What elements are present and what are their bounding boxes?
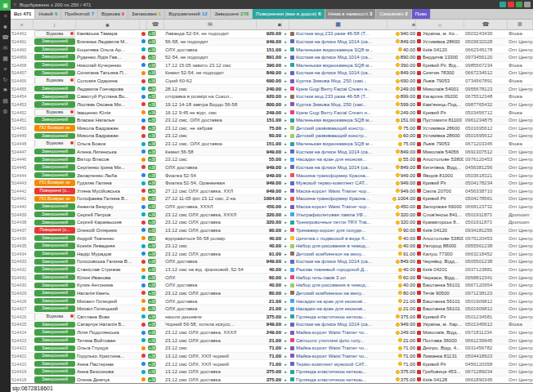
phone-code-badge[interactable]: +38	[148, 267, 156, 272]
order-row[interactable]: 514434ЗавершенийНадір Мурадов+3823.12 см…	[11, 251, 533, 259]
order-row[interactable]: 514456ВідмоваСоломія Одарина+38Сірий 60-…	[11, 78, 533, 86]
tab-Відправлений[interactable]: Відправлений12	[165, 9, 211, 19]
tab-Запаковані[interactable]: Запаковані1	[128, 9, 165, 19]
order-row[interactable]: 514422ЗавершенийОльга Глущук+3823.12 смс…	[11, 345, 533, 353]
order-row[interactable]: 514428ЗавершенийМихаил Гилецкий+38ОЛХ до…	[11, 297, 533, 305]
phone-code-badge[interactable]: +38	[148, 47, 156, 52]
phone-code-badge[interactable]: +38	[148, 306, 156, 311]
order-row[interactable]: 514455ЗавершенийЛюдмила Гончарова+3828.1…	[11, 85, 533, 93]
phone-code-badge[interactable]: +38	[148, 377, 156, 382]
menu-icon[interactable]: ≡	[13, 2, 16, 7]
phone-code-badge[interactable]: +38	[148, 338, 156, 343]
tab-Прийнятий[interactable]: Прийнятий7	[61, 9, 98, 19]
order-row[interactable]: 514438ЗавершенийСергей Карамышев+3823.12…	[11, 219, 533, 227]
comment-column-icon[interactable]: ✉	[164, 20, 257, 29]
phone-column-icon[interactable]: ☎	[147, 20, 164, 29]
phone-code-badge[interactable]: +38	[148, 141, 156, 146]
order-row[interactable]: 514431ЗавершенийЮлия Иванова+38ОЛХ60.00▸…	[11, 274, 533, 282]
order-row[interactable]: 514452ВідмоваІващенко Юлія+3816.12 9:45 …	[11, 109, 533, 117]
order-row[interactable]: 514430ЗавершенийКулик Антонина+38ОЛХ дос…	[11, 282, 533, 290]
phone-code-badge[interactable]: +38	[148, 275, 156, 280]
phone-code-badge[interactable]: +38	[148, 354, 156, 359]
phone-code-badge[interactable]: +38	[148, 212, 156, 217]
phone-code-badge[interactable]: +38	[148, 196, 156, 201]
phone-code-badge[interactable]: +38	[148, 110, 156, 115]
order-row[interactable]: 514450ПО Возврат окМикола Бадражан+3823.…	[11, 125, 533, 133]
chip-gray[interactable]	[524, 2, 531, 7]
order-row[interactable]: 514453ЗавершенийЛіштвак Оксана Ми...+381…	[11, 101, 533, 109]
order-row[interactable]: 514460ЗавершенийКоцелява Ольга Ар...+38О…	[11, 46, 533, 54]
phone-code-badge[interactable]: +38	[148, 220, 156, 225]
phone2-column-icon[interactable]: ☎	[464, 20, 508, 29]
product-column-icon[interactable]: ▦	[289, 20, 387, 29]
order-row[interactable]: 514459ЗавершенийРуденко Лідія Гав...+385…	[11, 54, 533, 62]
avatar-column-icon[interactable]	[140, 20, 147, 29]
menu-icon[interactable]: ≡	[0, 11, 11, 21]
phone-code-badge[interactable]: +38	[148, 78, 156, 83]
phone-code-badge[interactable]: +38	[148, 291, 156, 296]
order-row[interactable]: 514458ЗавершенийНиколай Кучеренко+3817.1…	[11, 62, 533, 70]
order-row[interactable]: 514425ЗавершенийСатарчук Наталія Б...+38…	[11, 321, 533, 329]
app-logo-icon[interactable]: ▣	[0, 0, 11, 11]
order-row[interactable]: 514436ЗавершенийАндрій Ткаченко+38відпра…	[11, 234, 533, 243]
tab-Повн[interactable]: Повн	[412, 9, 431, 19]
phone-code-badge[interactable]: +38	[148, 157, 156, 162]
order-row[interactable]: 514440ЗавершенийАнжела Безруку+38ОЛХ дос…	[11, 203, 533, 212]
tab-Новий[interactable]: Новий6	[35, 9, 61, 19]
order-row[interactable]: 514420ЗавершенийАнна Пастернак+3823.12 с…	[11, 360, 533, 368]
phone-code-badge[interactable]: +38	[148, 228, 156, 233]
tab-Нема в наявності[interactable]: Нема в наявності3	[325, 9, 377, 19]
tab-Самовивіз[interactable]: Самовивіз2	[376, 9, 411, 19]
phone-code-badge[interactable]: +38	[148, 70, 156, 75]
phone-code-badge[interactable]: +38	[148, 259, 156, 264]
phone-code-badge[interactable]: +38	[148, 165, 156, 170]
order-row[interactable]: 514437Повернені (з...Олексій Оліярник+38…	[11, 227, 533, 235]
order-row[interactable]: 514433ЗавершенийГолосовська Галина В...+…	[11, 258, 533, 266]
sync-icon[interactable]: ↻	[0, 74, 11, 85]
finance-icon[interactable]: ¤	[0, 64, 11, 74]
order-row[interactable]: 514423ЗавершенийТетяна Войтован+3823.12 …	[11, 336, 533, 345]
phone-code-badge[interactable]: +38	[148, 63, 156, 68]
order-row[interactable]: 514442Повернені (з...Уляна Мусійовська+3…	[11, 188, 533, 196]
order-row[interactable]: 514462ВідмоваКанівська Тамара+38Лаванда …	[11, 30, 533, 38]
client-column-icon[interactable]: ☻	[76, 20, 140, 29]
order-row[interactable]: 514439ЗавершенийСергей Петров+3823.12 см…	[11, 211, 533, 219]
phone-code-badge[interactable]: +38	[148, 345, 156, 350]
order-row[interactable]: 514443ПО Возврат окГудзляк Галина+38Фиал…	[11, 180, 533, 188]
phone-code-badge[interactable]: +38	[148, 283, 156, 287]
phone-code-badge[interactable]: +38	[148, 133, 156, 138]
phone-code-badge[interactable]: +38	[148, 330, 156, 335]
phone-code-badge[interactable]: +38	[148, 369, 156, 374]
phone-code-badge[interactable]: +38	[148, 299, 156, 304]
phone-code-badge[interactable]: +38	[148, 236, 156, 241]
city-column-icon[interactable]: ⌂	[416, 20, 464, 29]
tab-Відмова[interactable]: Відмова9	[98, 9, 128, 19]
phone-code-badge[interactable]: +38	[148, 87, 156, 91]
phone-code-badge[interactable]: +38	[148, 252, 156, 256]
phone-code-badge[interactable]: +38	[148, 204, 156, 209]
order-row[interactable]: 514429ЗавершенийНаталія Кметь+3823.12 см…	[11, 290, 533, 298]
phone-code-badge[interactable]: +38	[148, 149, 156, 154]
products-icon[interactable]: ▦	[0, 53, 11, 64]
phone-code-badge[interactable]: +38	[148, 102, 156, 107]
select-all-icon[interactable]: ≡	[11, 20, 34, 29]
order-row[interactable]: 514451ЗавершенийВласюк Наталья+3823.12 с…	[11, 117, 533, 125]
total-column-icon[interactable]: ¤	[387, 20, 416, 29]
source-column-icon[interactable]: ⚙	[508, 20, 533, 29]
order-row[interactable]: 514435ЗавершенийКсенія Левадняя+3823.12 …	[11, 243, 533, 251]
order-row[interactable]: 514426ВідмоваСвітлана Вовк+38нашли дешев…	[11, 314, 533, 322]
phone-code-badge[interactable]: +38	[148, 31, 156, 36]
order-row[interactable]: 514457ЗавершенийСилигана Татьяна П...+38…	[11, 69, 533, 78]
phone-code-badge[interactable]: +38	[148, 180, 156, 185]
order-row[interactable]: 514461ЗавершенийБлезнюк Людмила М...+385…	[11, 38, 533, 47]
phone-code-badge[interactable]: +38	[148, 39, 156, 44]
phone-code-badge[interactable]: +38	[148, 55, 156, 60]
flags-icon[interactable]: ⚑	[0, 85, 11, 96]
order-row[interactable]: 514418ЗавершенийОлена Демчук+3823.12 смс…	[11, 376, 533, 384]
order-row[interactable]: 514448ВідмоваОльга Божок+3823.12 смс, ОЛ…	[11, 140, 533, 149]
clients-icon[interactable]: ☻	[0, 21, 11, 32]
delivery-icon[interactable]	[282, 20, 289, 29]
order-row[interactable]: 514454ЗавершенийСамотуй Руслана Во...+38…	[11, 93, 533, 101]
phone-code-badge[interactable]: +38	[148, 94, 156, 99]
chip-teal[interactable]	[499, 2, 506, 7]
